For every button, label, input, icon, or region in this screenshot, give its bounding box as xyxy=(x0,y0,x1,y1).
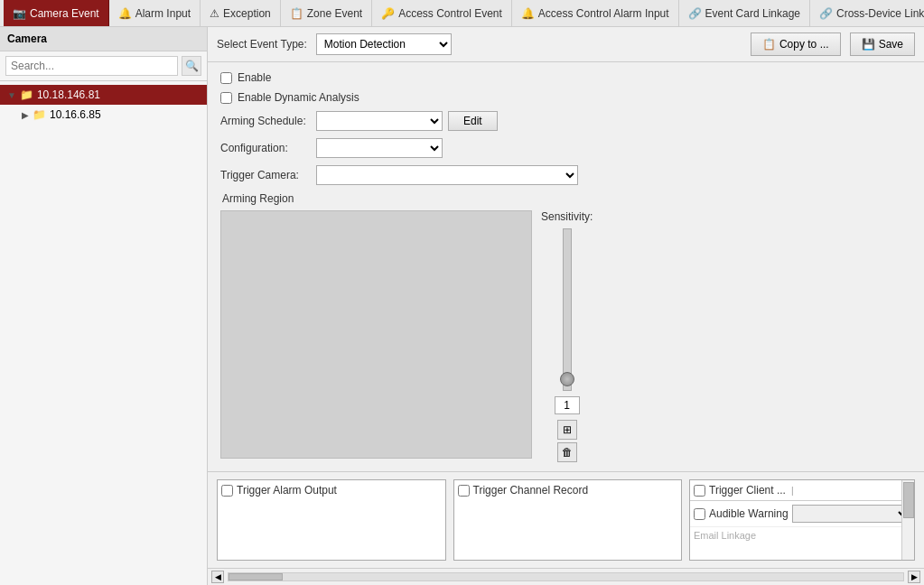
trigger-client-separator: | xyxy=(791,486,794,496)
tree-item-2[interactable]: ▶ 📁 10.16.6.85 xyxy=(0,105,207,125)
bottom-panels: Trigger Alarm Output Trigger Channel Rec… xyxy=(208,471,924,568)
add-region-icon: ⊞ xyxy=(563,423,572,436)
access-control-event-icon: 🔑 xyxy=(381,7,395,20)
scrollbar[interactable] xyxy=(901,480,914,560)
trigger-client-label: Trigger Client ... xyxy=(709,484,786,497)
save-button[interactable]: 💾 Save xyxy=(850,32,915,56)
scroll-thumb[interactable] xyxy=(903,482,914,518)
trigger-camera-label: Trigger Camera: xyxy=(220,169,311,181)
edit-button[interactable]: Edit xyxy=(448,111,498,131)
audible-warning-row: Audible Warning xyxy=(690,501,914,526)
trigger-client-panel: Trigger Client ... | Audible Warning Ema… xyxy=(689,479,915,561)
access-control-alarm-icon: 🔔 xyxy=(521,7,535,20)
trigger-alarm-output-panel: Trigger Alarm Output xyxy=(217,479,446,561)
search-input[interactable] xyxy=(5,56,178,76)
sensitivity-panel: Sensitivity: 1 ⊞ 🗑 xyxy=(541,210,593,462)
region-canvas[interactable] xyxy=(220,210,532,459)
folder-icon-1: 📁 xyxy=(20,88,33,101)
tab-event-card-linkage[interactable]: 🔗 Event Card Linkage xyxy=(679,0,810,26)
expand-icon-1[interactable]: ▼ xyxy=(7,90,16,100)
configuration-label: Configuration: xyxy=(220,142,311,154)
delete-region-button[interactable]: 🗑 xyxy=(557,442,577,462)
content-body: Enable Enable Dynamic Analysis Arming Sc… xyxy=(208,62,924,585)
scroll-track-horizontal[interactable] xyxy=(228,572,904,581)
email-linkage-label: Email Linkage xyxy=(690,526,914,543)
trigger-channel-record-checkbox[interactable] xyxy=(458,485,470,497)
expand-icon-2[interactable]: ▶ xyxy=(22,110,29,120)
zone-event-icon: 📋 xyxy=(290,7,303,20)
sidebar: Camera 🔍 ▼ 📁 10.18.146.81 ▶ 📁 10.16.6.85 xyxy=(0,27,208,585)
audible-warning-select[interactable] xyxy=(792,505,910,523)
exception-icon: ⚠ xyxy=(210,7,219,20)
main-content: Camera 🔍 ▼ 📁 10.18.146.81 ▶ 📁 10.16.6.85 xyxy=(0,27,924,585)
sidebar-header: Camera xyxy=(0,27,207,51)
tab-access-control-alarm-input[interactable]: 🔔 Access Control Alarm Input xyxy=(512,0,679,26)
folder-icon-2: 📁 xyxy=(33,108,46,121)
enable-row: Enable xyxy=(220,71,911,84)
sensitivity-slider[interactable] xyxy=(563,228,572,391)
slider-thumb[interactable] xyxy=(560,372,574,386)
camera-event-icon: 📷 xyxy=(13,7,26,20)
trigger-alarm-output-label: Trigger Alarm Output xyxy=(237,484,337,497)
event-type-select[interactable]: Motion Detection xyxy=(316,33,452,55)
dynamic-analysis-label: Enable Dynamic Analysis xyxy=(238,91,359,104)
delete-region-icon: 🗑 xyxy=(562,446,573,459)
enable-label: Enable xyxy=(238,71,328,84)
search-button[interactable]: 🔍 xyxy=(182,56,201,76)
tree-area: ▼ 📁 10.18.146.81 ▶ 📁 10.16.6.85 xyxy=(0,81,207,585)
content-panel: Select Event Type: Motion Detection 📋 Co… xyxy=(208,27,924,585)
tab-camera-event[interactable]: 📷 Camera Event xyxy=(4,0,109,26)
sensitivity-value: 1 xyxy=(555,396,580,414)
configuration-select[interactable] xyxy=(316,138,443,158)
tab-exception[interactable]: ⚠ Exception xyxy=(201,0,281,26)
add-region-button[interactable]: ⊞ xyxy=(557,420,577,440)
trigger-camera-select[interactable] xyxy=(316,165,578,185)
audible-warning-checkbox[interactable] xyxy=(694,508,705,520)
search-bar: 🔍 xyxy=(0,51,207,81)
save-icon: 💾 xyxy=(862,38,875,51)
trigger-channel-record-header: Trigger Channel Record xyxy=(458,484,678,497)
tab-access-control-event[interactable]: 🔑 Access Control Event xyxy=(372,0,512,26)
tab-alarm-input[interactable]: 🔔 Alarm Input xyxy=(109,0,201,26)
tab-zone-event[interactable]: 📋 Zone Event xyxy=(281,0,372,26)
tab-cross-device-linkage[interactable]: 🔗 Cross-Device Linkage xyxy=(810,0,924,26)
toolbar: Select Event Type: Motion Detection 📋 Co… xyxy=(208,27,924,62)
arming-schedule-select[interactable] xyxy=(316,111,443,131)
alarm-input-icon: 🔔 xyxy=(118,7,132,20)
search-icon: 🔍 xyxy=(185,60,199,72)
configuration-row: Configuration: xyxy=(220,138,911,158)
dynamic-analysis-row: Enable Dynamic Analysis xyxy=(220,91,911,104)
copy-to-button[interactable]: 📋 Copy to ... xyxy=(751,32,841,56)
trigger-channel-record-label: Trigger Channel Record xyxy=(473,484,589,497)
sensitivity-label: Sensitivity: xyxy=(541,210,593,223)
scroll-right-button[interactable]: ▶ xyxy=(908,571,920,583)
audible-warning-label: Audible Warning xyxy=(709,507,789,520)
arming-schedule-label: Arming Schedule: xyxy=(220,115,311,127)
trigger-channel-record-panel: Trigger Channel Record xyxy=(453,479,683,561)
cross-device-linkage-icon: 🔗 xyxy=(819,7,833,20)
event-card-linkage-icon: 🔗 xyxy=(688,7,702,20)
dynamic-analysis-checkbox[interactable] xyxy=(220,92,232,104)
scroll-thumb-horizontal[interactable] xyxy=(229,573,283,580)
region-container: Sensitivity: 1 ⊞ 🗑 xyxy=(220,210,911,462)
arming-schedule-row: Arming Schedule: Edit xyxy=(220,111,911,131)
trigger-client-checkbox[interactable] xyxy=(694,485,705,497)
trigger-alarm-output-header: Trigger Alarm Output xyxy=(221,484,442,497)
arming-region-label: Arming Region xyxy=(220,192,911,205)
bottom-scrollbar: ◀ ▶ xyxy=(208,568,924,585)
form-area: Enable Enable Dynamic Analysis Arming Sc… xyxy=(208,62,924,471)
trigger-camera-row: Trigger Camera: xyxy=(220,165,911,185)
tree-item-1[interactable]: ▼ 📁 10.18.146.81 xyxy=(0,85,207,105)
trigger-alarm-output-checkbox[interactable] xyxy=(221,485,233,497)
scroll-left-button[interactable]: ◀ xyxy=(211,571,224,583)
event-type-label: Select Event Type: xyxy=(217,38,307,51)
enable-checkbox[interactable] xyxy=(220,72,232,84)
trigger-client-header: Trigger Client ... | xyxy=(690,480,914,501)
tab-bar: 📷 Camera Event 🔔 Alarm Input ⚠ Exception… xyxy=(0,0,924,27)
copy-icon: 📋 xyxy=(762,38,776,51)
